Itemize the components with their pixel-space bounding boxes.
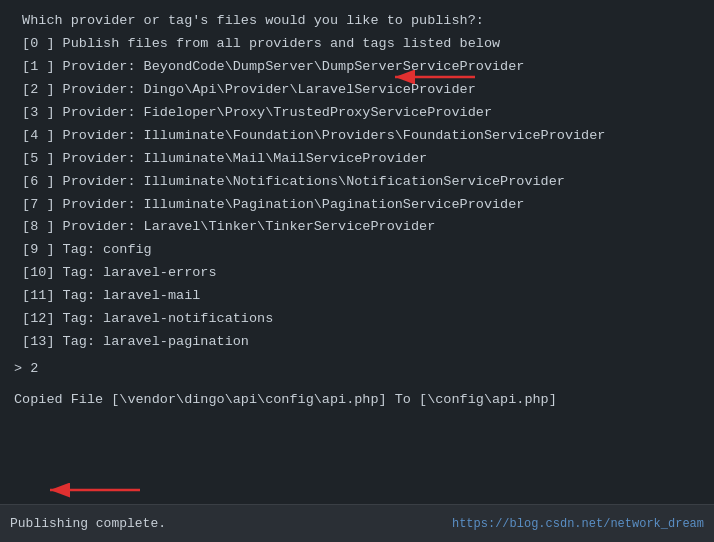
menu-line-5: [5 ] Provider: Illuminate\Mail\MailServi…	[14, 148, 700, 171]
question-line: Which provider or tag's files would you …	[14, 10, 700, 33]
arrow-line2	[390, 66, 480, 88]
menu-line-0: [0 ] Publish files from all providers an…	[14, 33, 700, 56]
menu-line-10: [10] Tag: laravel-errors	[14, 262, 700, 285]
prompt-gt: > 2	[14, 358, 38, 381]
copied-line: Copied File [\vendor\dingo\api\config\ap…	[14, 389, 700, 412]
menu-line-13: [13] Tag: laravel-pagination	[14, 331, 700, 354]
menu-line-4: [4 ] Provider: Illuminate\Foundation\Pro…	[14, 125, 700, 148]
watermark: https://blog.csdn.net/network_dream	[452, 517, 704, 531]
menu-line-7: [7 ] Provider: Illuminate\Pagination\Pag…	[14, 194, 700, 217]
menu-line-8: [8 ] Provider: Laravel\Tinker\TinkerServ…	[14, 216, 700, 239]
bottom-bar: Publishing complete. https://blog.csdn.n…	[0, 504, 714, 542]
menu-line-1: [1 ] Provider: BeyondCode\DumpServer\Dum…	[14, 56, 700, 79]
arrow-prompt	[45, 480, 145, 500]
terminal: Which provider or tag's files would you …	[0, 0, 714, 542]
menu-line-2: [2 ] Provider: Dingo\Api\Provider\Larave…	[14, 79, 700, 102]
menu-line-3: [3 ] Provider: Fideloper\Proxy\TrustedPr…	[14, 102, 700, 125]
menu-line-12: [12] Tag: laravel-notifications	[14, 308, 700, 331]
lines-container: [0 ] Publish files from all providers an…	[14, 33, 700, 354]
menu-line-11: [11] Tag: laravel-mail	[14, 285, 700, 308]
prompt-line: > 2	[14, 358, 700, 381]
menu-line-6: [6 ] Provider: Illuminate\Notifications\…	[14, 171, 700, 194]
menu-line-9: [9 ] Tag: config	[14, 239, 700, 262]
publishing-complete: Publishing complete.	[10, 516, 166, 531]
